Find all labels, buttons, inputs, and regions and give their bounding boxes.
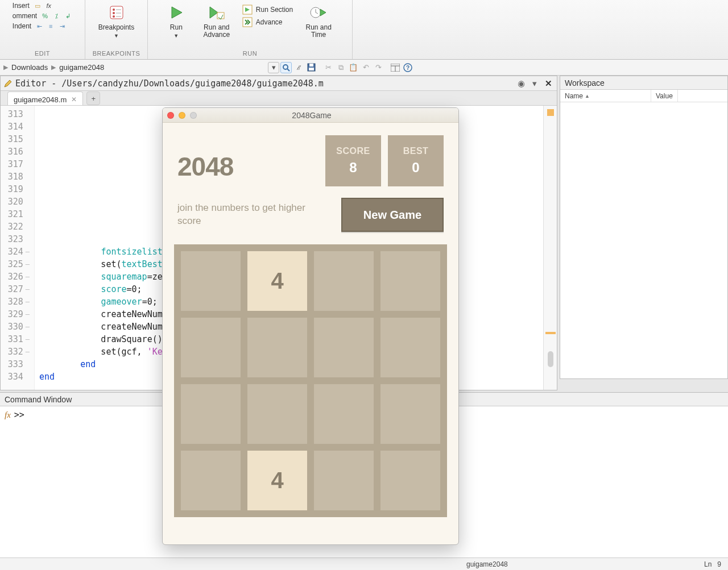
insert-section-icon[interactable]: ▭	[33, 1, 42, 10]
run-section-icon	[242, 5, 253, 15]
empty-cell	[380, 384, 440, 444]
editor-tab[interactable]: guigame2048.m ✕	[7, 91, 83, 105]
scrollbar-thumb[interactable]	[548, 351, 553, 367]
empty-cell	[380, 251, 440, 311]
save-icon[interactable]	[305, 62, 317, 73]
line-number: 317	[1, 158, 30, 170]
chevron-down-icon: ▼	[173, 34, 179, 39]
empty-cell	[247, 318, 307, 377]
run-button[interactable]: Run ▼	[162, 1, 191, 39]
svg-rect-0	[110, 6, 123, 19]
close-icon[interactable]: ✕	[543, 78, 553, 89]
indent-auto-icon[interactable]: ≡	[46, 22, 55, 31]
line-number: 330–	[1, 321, 30, 333]
status-ln-label: Ln	[704, 560, 712, 568]
traffic-minimize-icon[interactable]	[179, 112, 185, 119]
svg-rect-9	[217, 13, 224, 19]
empty-cell	[247, 384, 307, 444]
svg-text:?: ?	[406, 65, 410, 71]
breakpoints-button[interactable]: Breakpoints ▼	[96, 1, 136, 39]
insert-label: Insert	[13, 2, 30, 10]
minimize-icon[interactable]: ◉	[516, 78, 526, 89]
fx-icon: fx	[5, 410, 11, 419]
svg-line-18	[287, 69, 289, 71]
paste-icon[interactable]: 📋	[348, 62, 359, 73]
minimap-warning-mid	[545, 332, 556, 334]
new-game-button[interactable]: New Game	[341, 198, 444, 232]
traffic-zoom-icon[interactable]	[190, 112, 197, 119]
advance-icon	[242, 17, 253, 27]
indent-right-icon[interactable]: ⇥	[57, 22, 67, 31]
ribbon-edit-insert[interactable]: Insert ▭ fx	[13, 1, 72, 10]
search-icon[interactable]	[280, 62, 292, 73]
workspace-panel: Workspace Name ▲ Value	[560, 76, 728, 379]
empty-cell	[181, 318, 241, 377]
indent-left-icon[interactable]: ⇤	[35, 22, 44, 31]
workspace-col-value[interactable]: Value	[651, 90, 678, 102]
tile-4: 4	[247, 451, 307, 510]
advance-button[interactable]: Advance	[242, 17, 293, 27]
tab-label: guigame2048.m	[14, 95, 67, 104]
layout-icon[interactable]	[390, 62, 401, 73]
traffic-close-icon[interactable]	[167, 112, 174, 119]
parallel-lines-icon[interactable]: ⫽	[293, 62, 304, 73]
breadcrumb[interactable]: Downloads	[9, 62, 50, 73]
run-advance-label: Run and Advance	[203, 24, 230, 39]
svg-rect-21	[309, 68, 314, 70]
run-section-button[interactable]: Run Section	[242, 5, 293, 15]
copy-icon[interactable]: ⧉	[335, 62, 346, 73]
run-time-icon	[309, 3, 328, 22]
sort-asc-icon: ▲	[585, 93, 590, 99]
run-label: Run	[170, 24, 183, 31]
redo-icon[interactable]: ↷	[373, 62, 384, 73]
chevron-right-icon: ▶	[3, 64, 8, 71]
ribbon-edit-comment[interactable]: omment % ⁒ ↲	[13, 11, 72, 20]
svg-point-2	[113, 12, 115, 14]
cut-icon[interactable]: ✂	[322, 62, 334, 73]
empty-cell	[181, 451, 241, 510]
code-minimap[interactable]	[543, 106, 557, 390]
game-titlebar[interactable]: 2048Game	[163, 108, 458, 123]
line-number: 319	[1, 183, 30, 195]
uncomment-icon[interactable]: ⁒	[52, 11, 61, 20]
breakpoints-label: Breakpoints	[98, 24, 134, 31]
dropdown-icon[interactable]: ▾	[530, 78, 540, 89]
breadcrumb[interactable]: guigame2048	[57, 62, 106, 73]
tab-add-button[interactable]: +	[86, 91, 100, 105]
empty-cell	[314, 251, 374, 311]
svg-point-3	[113, 15, 115, 18]
game-hint: join the numbers to get higher score	[177, 202, 308, 228]
line-number: 332–	[1, 346, 30, 358]
indent-label: Indent	[13, 22, 31, 30]
run-advance-button[interactable]: Run and Advance	[197, 1, 237, 39]
run-time-button[interactable]: Run and Time	[299, 1, 338, 39]
tab-close-icon[interactable]: ✕	[71, 95, 77, 103]
comment-wrap-icon[interactable]: ↲	[63, 11, 72, 20]
workspace-title: Workspace	[560, 76, 727, 90]
group-label-run: RUN	[243, 49, 257, 59]
advance-label: Advance	[256, 18, 283, 26]
game-board[interactable]: 44	[174, 244, 447, 517]
minimap-warning-top	[547, 109, 554, 116]
line-number: 318	[1, 170, 30, 183]
comment-pct-icon[interactable]: %	[40, 11, 49, 20]
game-window-title: 2048Game	[201, 111, 422, 120]
best-label: BEST	[403, 146, 429, 156]
workspace-col-name[interactable]: Name ▲	[560, 90, 651, 102]
line-number: 323	[1, 233, 30, 246]
command-prompt: >>	[14, 410, 24, 420]
line-number: 320	[1, 195, 30, 208]
line-number: 333	[1, 358, 30, 371]
line-number: 326–	[1, 271, 30, 283]
undo-icon[interactable]: ↶	[360, 62, 371, 73]
empty-cell	[181, 251, 241, 311]
status-ln-value: 9	[717, 560, 721, 568]
chevron-right-icon: ▶	[51, 64, 56, 71]
svg-rect-20	[309, 64, 313, 66]
help-icon[interactable]: ?	[402, 62, 413, 73]
run-section-label: Run Section	[256, 6, 293, 14]
line-number: 316	[1, 145, 30, 158]
ribbon-edit-indent[interactable]: Indent ⇤ ≡ ⇥	[13, 22, 72, 31]
path-dropdown-button[interactable]: ▾	[268, 62, 279, 73]
insert-fx-icon[interactable]: fx	[44, 1, 53, 10]
